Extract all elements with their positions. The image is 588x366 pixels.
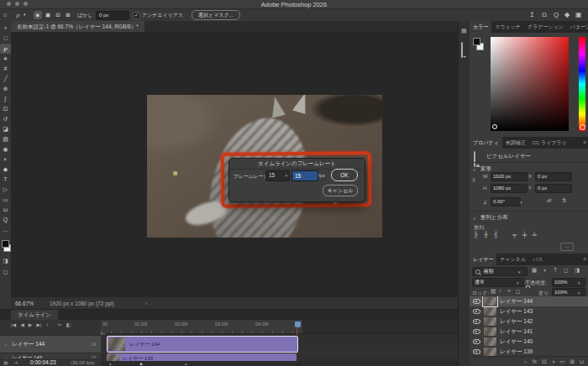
frame-animation-icon[interactable]: ▦ — [3, 359, 8, 365]
new-adjustment-layer-icon[interactable]: ◑ — [551, 358, 554, 364]
status-chevron-icon[interactable]: › — [145, 301, 147, 306]
path-selection-tool-button[interactable]: ▷ — [0, 185, 11, 195]
tab-adjustments[interactable]: 色調補正 — [502, 137, 529, 149]
color-field[interactable] — [491, 37, 569, 131]
panel-menu-icon[interactable]: ≡ — [580, 137, 588, 149]
tab-color[interactable]: カラー — [470, 21, 491, 33]
layer-row[interactable]: レイヤー 144 — [470, 296, 588, 306]
eyedropper-tool-button[interactable]: ╱ — [0, 74, 11, 84]
screen-mode-icon[interactable]: ◻ — [0, 269, 11, 275]
layer-row[interactable]: レイヤー 142 — [470, 316, 588, 327]
timeline-ruler[interactable]: 0001:00f02:00f03:00f04:00f — [101, 320, 458, 334]
lock-artboard-icon[interactable]: ◻ — [516, 288, 520, 295]
tab-properties[interactable]: プロパティ — [470, 137, 502, 149]
align-center-h-icon[interactable]: ╫ — [484, 232, 488, 238]
tab-patterns[interactable]: パターン — [567, 21, 588, 33]
track-label-layer-144[interactable]: › レイヤー 144 ⊡ — [0, 335, 101, 353]
layer-thumbnail[interactable] — [484, 317, 496, 326]
play-icon[interactable]: ▶ — [29, 322, 33, 327]
framerate-dropdown[interactable]: 15 ▾ — [265, 170, 290, 181]
layer-thumbnail[interactable] — [484, 337, 496, 346]
zoom-out-icon[interactable]: ▴ — [109, 361, 112, 366]
marquee-tool-button[interactable]: □ — [0, 34, 11, 44]
lock-position-icon[interactable]: + — [507, 288, 511, 294]
tab-channels[interactable]: チャンネル — [496, 254, 529, 265]
filter-type-layers-icon[interactable]: T — [554, 267, 557, 273]
document-tab[interactable]: 名称未設定-1 @ 66.7%（レイヤー 144, RGB/8）* — [11, 21, 144, 32]
opacity-input[interactable]: 100% — [552, 278, 585, 287]
zoom-level[interactable]: 66.67% — [15, 301, 34, 306]
split-clip-icon[interactable]: ✂ — [58, 322, 62, 327]
comments-panel-icon[interactable] — [461, 42, 463, 58]
notifications-bell-icon[interactable]: Ω — [542, 11, 547, 18]
align-bottom-icon[interactable]: ╧ — [533, 232, 537, 238]
lock-transparency-icon[interactable]: ▨ — [491, 288, 496, 295]
type-tool-button[interactable]: T — [0, 175, 11, 185]
render-video-icon[interactable]: ⇥ — [13, 359, 18, 365]
move-tool-button[interactable]: + — [0, 24, 11, 34]
layer-row[interactable]: レイヤー 143 — [470, 306, 588, 316]
crop-tool-button[interactable]: # — [0, 64, 11, 74]
filter-adjustment-layers-icon[interactable]: ◑ — [543, 267, 546, 273]
layer-thumbnail[interactable] — [484, 297, 496, 306]
lasso-tool-button[interactable]: ℘ — [0, 44, 11, 54]
y-input[interactable]: 0 px — [535, 184, 572, 193]
new-layer-icon[interactable]: ⊞ — [570, 358, 574, 365]
previous-frame-icon[interactable]: ◀ — [20, 322, 24, 327]
layer-thumbnail[interactable] — [484, 348, 496, 356]
align-top-icon[interactable]: ╤ — [512, 232, 517, 238]
align-middle-icon[interactable]: ╪ — [522, 232, 527, 238]
home-icon[interactable]: ⌂ — [3, 12, 7, 18]
tab-cc-libraries[interactable]: CC ライブラリ — [529, 137, 570, 149]
gradient-tool-button[interactable]: ▨ — [0, 134, 11, 144]
filter-smart-objects-icon[interactable]: ◨ — [575, 267, 580, 274]
object-selection-tool-button[interactable]: ∗ — [0, 54, 11, 64]
ok-button[interactable]: OK — [331, 169, 358, 181]
canvas-area[interactable]: タイムラインのフレームレート フレームレート : 15 ▾ 15 fps OK … — [11, 32, 458, 296]
cancel-button[interactable]: キャンセル — [323, 185, 358, 196]
color-field-cursor[interactable] — [492, 124, 497, 129]
transform-collapse-icon[interactable]: ∨ — [473, 167, 476, 172]
layer-row[interactable]: レイヤー 139 — [470, 347, 588, 356]
eraser-tool-button[interactable]: ◪ — [0, 124, 11, 134]
filter-pixel-layers-icon[interactable]: ▦ — [532, 267, 537, 274]
clone-stamp-tool-button[interactable]: ⊡ — [0, 104, 11, 114]
layer-effects-icon[interactable]: fx — [533, 358, 537, 364]
foreground-color-chip[interactable] — [2, 240, 9, 248]
layer-visibility-eye-icon[interactable] — [473, 319, 480, 324]
audio-mute-icon[interactable]: ♪ — [46, 322, 49, 327]
playhead-handle[interactable] — [294, 321, 302, 328]
add-layer-mask-icon[interactable]: ⊡ — [542, 358, 546, 365]
layer-visibility-eye-icon[interactable] — [473, 339, 480, 344]
history-brush-tool-button[interactable]: ↺ — [0, 114, 11, 124]
discover-icon[interactable]: ◆ — [564, 11, 570, 18]
selection-mode-subtract-icon[interactable]: ⊟ — [54, 11, 62, 19]
selection-mode-new-icon[interactable]: ■ — [34, 11, 42, 19]
tab-gradients[interactable]: グラデーション — [524, 21, 567, 33]
dodge-tool-button[interactable]: ◐ — [0, 154, 11, 165]
layer-visibility-eye-icon[interactable] — [473, 309, 480, 314]
x-input[interactable]: 0 px — [535, 172, 572, 181]
height-input[interactable]: 1080 px — [491, 184, 528, 193]
tool-presets-panel-icon[interactable]: ▤ — [461, 28, 467, 34]
edit-toolbar-button[interactable]: … — [0, 225, 11, 235]
flip-vertical-icon[interactable]: ⇅ — [562, 197, 566, 204]
width-input[interactable]: 1920 px — [491, 172, 528, 181]
angle-caret-icon[interactable]: ▾ — [520, 200, 522, 205]
filter-shape-layers-icon[interactable]: ◻ — [564, 267, 568, 274]
select-and-mask-button[interactable]: 選択とマスク... — [192, 10, 240, 20]
share-icon[interactable]: ↥ — [529, 11, 535, 18]
framerate-input[interactable]: 15 — [291, 170, 318, 181]
timeline-zoom-bar[interactable]: ▴ ▲ ▴ — [101, 361, 458, 366]
selection-mode-intersect-icon[interactable]: ⊠ — [64, 11, 72, 19]
track-expand-chevron-icon[interactable]: › — [5, 336, 7, 353]
layer-thumbnail[interactable] — [484, 327, 496, 336]
flip-horizontal-icon[interactable]: ⇄ — [547, 197, 551, 204]
first-frame-icon[interactable]: |◀ — [11, 322, 16, 327]
next-frame-icon[interactable]: ▶| — [36, 322, 41, 327]
angle-input[interactable]: 0.00° — [491, 197, 521, 207]
new-group-icon[interactable]: ▭ — [559, 358, 564, 365]
pen-tool-button[interactable]: ◆ — [0, 165, 11, 175]
healing-brush-tool-button[interactable]: ⊕ — [0, 84, 11, 94]
tool-preset-caret-icon[interactable]: ▾ — [24, 12, 26, 17]
